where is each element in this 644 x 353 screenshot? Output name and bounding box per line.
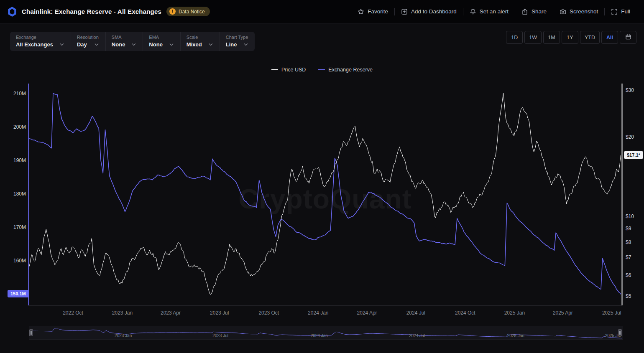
set-alert-label: Set an alert — [480, 8, 509, 15]
chevron-down-icon — [244, 43, 248, 46]
data-notice-badge[interactable]: ! Data Notice — [166, 7, 210, 16]
scale-label: Scale — [187, 35, 213, 40]
y-axis-right-tick: $10 — [626, 213, 644, 219]
set-alert-button[interactable]: Set an alert — [463, 8, 515, 15]
x-axis-tick: 2023 Oct — [252, 310, 286, 316]
chevron-down-icon — [209, 43, 213, 46]
chevron-down-icon — [169, 43, 174, 46]
resolution-dropdown[interactable]: Resolution Day — [71, 32, 105, 51]
share-label: Share — [532, 8, 547, 15]
exchange-value: All Exchanges — [16, 41, 53, 48]
fullscreen-icon — [611, 8, 618, 15]
fullscreen-button[interactable]: Full — [605, 8, 636, 15]
chart-plot-area[interactable] — [28, 84, 622, 305]
y-axis-left-tick: 200M — [7, 124, 26, 130]
ema-dropdown[interactable]: EMA None — [143, 32, 180, 51]
x-axis-tick: 2024 Apr — [350, 310, 384, 316]
screenshot-label: Screenshot — [570, 8, 598, 15]
range-1d-button[interactable]: 1D — [506, 31, 523, 44]
x-axis-tick: 2025 Jul — [595, 310, 629, 316]
chainlink-logo-icon — [8, 7, 17, 17]
chevron-down-icon — [132, 43, 136, 46]
x-axis-tick: 2023 Jul — [203, 310, 236, 316]
chart-type-value: Line — [226, 41, 237, 48]
add-to-dashboard-label: Add to Dashboard — [411, 8, 457, 15]
data-notice-label: Data Notice — [179, 9, 205, 15]
ema-value: None — [149, 41, 163, 48]
chart-legend: Price USD Exchange Reserve — [0, 67, 644, 73]
bell-icon — [470, 8, 476, 15]
x-axis-tick: 2022 Oct — [56, 310, 89, 316]
chart-navigator[interactable] — [29, 326, 623, 340]
x-axis-tick: 2024 Jul — [399, 310, 432, 316]
legend-exchange-reserve[interactable]: Exchange Reserve — [318, 67, 373, 73]
sma-value: None — [112, 41, 125, 48]
scale-value: Mixed — [187, 41, 202, 48]
share-button[interactable]: Share — [515, 8, 553, 15]
y-axis-right-tick: $5 — [626, 293, 644, 299]
x-axis-tick: 2023 Jan — [106, 310, 139, 316]
navigator-left-handle[interactable] — [29, 329, 33, 336]
resolution-label: Resolution — [77, 35, 99, 40]
exchange-reserve-swatch — [318, 69, 325, 70]
legend-exchange-reserve-label: Exchange Reserve — [328, 67, 373, 73]
x-axis-tick: 2025 Apr — [546, 310, 580, 316]
y-axis-right-tick: $30 — [626, 87, 644, 93]
star-icon — [358, 8, 364, 15]
scale-dropdown[interactable]: Scale Mixed — [180, 32, 220, 51]
fullscreen-label: Full — [621, 8, 630, 15]
range-ytd-button[interactable]: YTD — [580, 31, 600, 44]
header-left: Chainlink: Exchange Reserve - All Exchan… — [8, 7, 210, 17]
legend-price-usd[interactable]: Price USD — [271, 67, 306, 73]
navigator-right-handle[interactable] — [618, 329, 622, 336]
range-1w-button[interactable]: 1W — [524, 31, 542, 44]
chart-controls-panel: Exchange All Exchanges Resolution Day SM… — [10, 32, 255, 51]
sma-label: SMA — [112, 35, 136, 40]
ema-label: EMA — [149, 35, 174, 40]
y-axis-left-tick: 180M — [7, 191, 26, 197]
x-axis-tick: 2024 Oct — [448, 310, 482, 316]
app-root: Chainlink: Exchange Reserve - All Exchan… — [0, 0, 644, 353]
y-axis-right-tick: $6 — [626, 272, 644, 278]
range-1m-button[interactable]: 1M — [543, 31, 560, 44]
y-axis-left-tick: 210M — [7, 91, 26, 97]
x-axis-tick: 2024 Jan — [302, 310, 335, 316]
x-axis-tick: 2025 Jan — [498, 310, 531, 316]
time-range-selector: 1D 1W 1M 1Y YTD All — [506, 31, 636, 44]
y-axis-left-tick: 160M — [7, 258, 26, 264]
share-icon — [521, 8, 528, 15]
exchange-label: Exchange — [16, 35, 64, 40]
y-axis-right-tick: $9 — [626, 226, 644, 231]
add-to-dashboard-button[interactable]: Add to Dashboard — [395, 8, 463, 15]
page-title: Chainlink: Exchange Reserve - All Exchan… — [22, 8, 161, 15]
favorite-button[interactable]: Favorite — [351, 8, 394, 15]
chevron-down-icon — [95, 43, 99, 46]
add-dashboard-icon — [401, 8, 408, 15]
chart-type-label: Chart Type — [226, 35, 248, 40]
screenshot-button[interactable]: Screenshot — [553, 8, 604, 15]
resolution-value: Day — [77, 41, 87, 48]
y-axis-right-tick: $7 — [626, 254, 644, 260]
exchange-dropdown[interactable]: Exchange All Exchanges — [10, 32, 71, 51]
date-range-calendar-button[interactable] — [620, 31, 636, 44]
camera-icon — [560, 8, 566, 15]
price-usd-swatch — [271, 69, 278, 70]
y-axis-right-tick: $8 — [626, 239, 644, 245]
legend-price-usd-label: Price USD — [281, 67, 306, 73]
calendar-icon — [625, 34, 631, 41]
warning-icon: ! — [169, 8, 176, 15]
header-actions: Favorite Add to Dashboard Set an alert — [351, 8, 636, 15]
price-current-value-badge: $17.1* — [624, 151, 643, 159]
range-all-button[interactable]: All — [601, 31, 618, 44]
x-axis-tick: 2023 Apr — [154, 310, 187, 316]
y-axis-left-tick: 190M — [7, 157, 26, 163]
range-1y-button[interactable]: 1Y — [562, 31, 578, 44]
chart-type-dropdown[interactable]: Chart Type Line — [220, 32, 255, 51]
y-axis-right-tick: $20 — [626, 134, 644, 140]
y-axis-left-tick: 170M — [7, 224, 26, 230]
favorite-label: Favorite — [368, 8, 388, 15]
header: Chainlink: Exchange Reserve - All Exchan… — [0, 0, 644, 23]
chevron-down-icon — [60, 43, 64, 46]
sma-dropdown[interactable]: SMA None — [105, 32, 143, 51]
reserve-current-value-badge: 150.1M — [8, 290, 29, 297]
